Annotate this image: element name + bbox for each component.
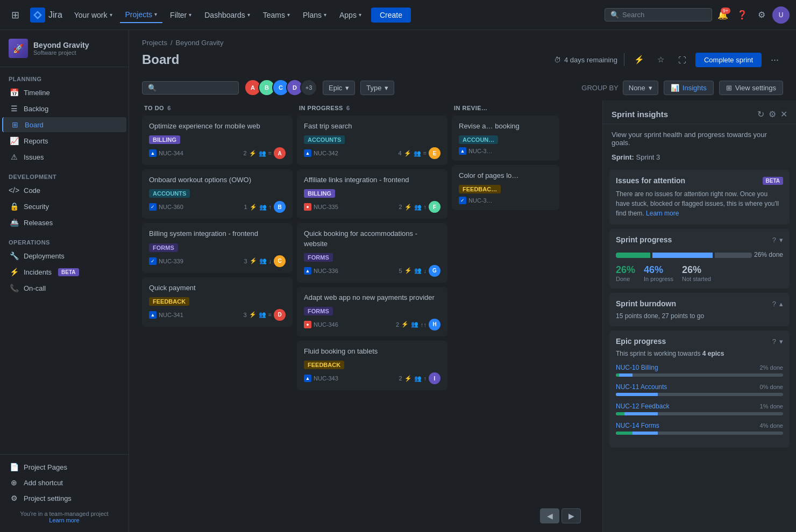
search-box[interactable]: 🔍 [605, 8, 712, 21]
nav-yourwork[interactable]: Your work ▾ [69, 8, 118, 23]
settings-button[interactable]: ⚙ [753, 6, 770, 24]
burndown-text: 15 points done, 27 points to go [616, 312, 783, 320]
nav-plans[interactable]: Plans ▾ [297, 8, 332, 23]
sidebar-item-deployments[interactable]: 🔧 Deployments [2, 248, 126, 263]
project-icon: 🚀 [9, 39, 28, 58]
sidebar-item-settings[interactable]: ⚙ Project settings [2, 491, 126, 506]
card-id-text: NUC-3… [468, 148, 493, 154]
epic-accounts-link[interactable]: NUC-11 Accounts [616, 383, 667, 391]
epic-help-icon[interactable]: ? [772, 337, 776, 346]
card-avatar: A [274, 147, 286, 159]
sidebar-item-oncall[interactable]: 📞 On-call [2, 281, 126, 296]
col-inprogress-label: IN PROGRESS [299, 105, 343, 111]
card-nuc341[interactable]: Quick payment FEEDBACK ▲ NUC-341 3 ⚡ [142, 277, 293, 327]
card-inreview-1[interactable]: Revise a… booking ACCOUN… ▲ NUC-3… [452, 116, 559, 161]
sidebar-item-reports[interactable]: 📈 Reports [2, 133, 126, 148]
nav-apps[interactable]: Apps ▾ [334, 8, 367, 23]
card-nuc342[interactable]: Fast trip search ACCOUNTS ▲ NUC-342 4 ⚡ [297, 116, 447, 165]
card-avatar: I [429, 372, 440, 384]
sidebar-item-backlog[interactable]: ☰ Backlog [2, 101, 126, 116]
col-inprogress-body: Fast trip search ACCOUNTS ▲ NUC-342 4 ⚡ [297, 116, 447, 523]
notifications-button[interactable]: 🔔 9+ [714, 6, 731, 24]
type-filter[interactable]: Type ▾ [360, 81, 394, 95]
jira-logo[interactable]: Jira [30, 8, 62, 23]
board-search-input[interactable] [160, 84, 233, 92]
board-nav-next[interactable]: ▶ [562, 508, 581, 523]
card-nuc343[interactable]: Fluid booking on tablets FEEDBACK ▲ NUC-… [297, 341, 447, 390]
card-avatar: F [429, 201, 440, 213]
card-nuc339[interactable]: Billing system integration - frontend FO… [142, 223, 293, 272]
panel-refresh-icon[interactable]: ↻ [757, 109, 764, 119]
plans-chevron: ▾ [324, 12, 326, 18]
epic-feedback-link[interactable]: NUC-12 Feedback [616, 402, 669, 410]
nav-projects[interactable]: Projects ▾ [120, 7, 163, 23]
user-avatar[interactable]: U [772, 6, 790, 24]
board-search-box[interactable]: 🔍 [142, 81, 239, 95]
header-divider [624, 53, 624, 66]
sidebar-item-security[interactable]: 🔒 Security [2, 199, 126, 214]
oncall-icon: 📞 [9, 284, 19, 292]
avatar-more[interactable]: +3 [300, 79, 317, 96]
grid-menu-icon[interactable]: ⊞ [6, 6, 24, 24]
help-button[interactable]: ❓ [734, 6, 751, 24]
fullscreen-button[interactable]: ⛶ [674, 51, 691, 68]
board-nav-prev[interactable]: ◀ [540, 508, 559, 523]
sidebar-item-incidents[interactable]: ⚡ Incidents BETA [2, 264, 126, 279]
issue-type-icon: ▲ [304, 267, 311, 275]
project-name: Beyond Gravity [33, 41, 89, 49]
progress-help-icon[interactable]: ? [772, 236, 776, 244]
issues-icon: ⚠ [9, 153, 19, 161]
filter-chevron: ▾ [189, 12, 191, 18]
board-toolbar: 🔍 A B C D +3 Epic ▾ Type ▾ GROUP BY [129, 75, 796, 100]
epic-filter[interactable]: Epic ▾ [323, 81, 355, 95]
nav-teams[interactable]: Teams ▾ [258, 8, 295, 23]
burndown-expand-icon[interactable]: ▴ [779, 300, 783, 308]
attention-learn-more[interactable]: Learn more [646, 210, 679, 217]
nav-dashboards[interactable]: Dashboards ▾ [199, 8, 255, 23]
search-input[interactable] [622, 11, 706, 19]
sidebar-item-code[interactable]: </> Code [2, 183, 126, 198]
burndown-help-icon[interactable]: ? [772, 300, 776, 308]
epic-forms-link[interactable]: NUC-14 Forms [616, 422, 659, 429]
progress-pct-label: 26% done [754, 251, 783, 258]
sidebar-item-issues[interactable]: ⚠ Issues [2, 149, 126, 164]
priority-icon: ↑ [424, 375, 427, 382]
complete-sprint-button[interactable]: Complete sprint [695, 53, 762, 67]
card-nuc346[interactable]: Adapt web app no new payments provider F… [297, 287, 447, 336]
ops-section-label: OPERATIONS [0, 231, 129, 248]
col-inprogress-count: 6 [346, 105, 350, 111]
card-nuc336[interactable]: Quick booking for accommodations - websi… [297, 223, 447, 282]
view-settings-button[interactable]: ⊞ View settings [719, 81, 783, 95]
learn-more-link[interactable]: Learn more [49, 517, 79, 523]
burndown-title: Sprint burndown [616, 299, 676, 308]
progress-collapse-icon[interactable]: ▾ [779, 236, 783, 244]
team-icon: 👥 [414, 267, 422, 274]
breadcrumb-project[interactable]: Beyond Gravity [176, 39, 224, 47]
col-inreview-body: Revise a… booking ACCOUN… ▲ NUC-3… Color… [452, 116, 559, 214]
create-button[interactable]: Create [371, 8, 411, 23]
col-inreview-label: IN REVIE… [454, 105, 488, 111]
panel-settings-icon[interactable]: ⚙ [769, 109, 776, 119]
lightning-button[interactable]: ⚡ [631, 51, 648, 68]
star-button[interactable]: ☆ [652, 51, 670, 68]
clock-icon: ⏱ [554, 56, 561, 64]
tag-forms-3: FORMS [304, 307, 333, 315]
epic-collapse-icon[interactable]: ▾ [779, 337, 783, 346]
sidebar-item-timeline[interactable]: 📅 Timeline [2, 85, 126, 100]
breadcrumb-projects[interactable]: Projects [142, 39, 167, 47]
card-nuc335[interactable]: Affiliate links integration - frontend B… [297, 169, 447, 219]
sidebar-item-releases[interactable]: 🚢 Releases [2, 215, 126, 230]
card-inreview-2[interactable]: Color of pages lo… FEEDBAC… ✓ NUC-3… [452, 165, 559, 210]
more-options-button[interactable]: ⋯ [766, 51, 783, 68]
nav-filter[interactable]: Filter ▾ [165, 8, 197, 23]
card-nuc344[interactable]: Optimize experience for mobile web BILLI… [142, 116, 293, 165]
epic-progress-section: Epic progress ? ▾ This sprint is working… [609, 330, 790, 448]
sidebar-item-add-shortcut[interactable]: ⊕ Add shortcut [2, 475, 126, 490]
insights-button[interactable]: 📊 Insights [664, 81, 714, 95]
sidebar-item-board[interactable]: ⊞ Board [2, 117, 126, 132]
group-by-dropdown[interactable]: None ▾ [623, 81, 658, 95]
epic-billing-link[interactable]: NUC-10 Billing [616, 364, 658, 371]
panel-close-icon[interactable]: ✕ [780, 109, 787, 119]
card-nuc360[interactable]: Onboard workout options (OWO) ACCOUNTS ✓… [142, 169, 293, 219]
sidebar-item-pages[interactable]: 📄 Project Pages [2, 459, 126, 475]
